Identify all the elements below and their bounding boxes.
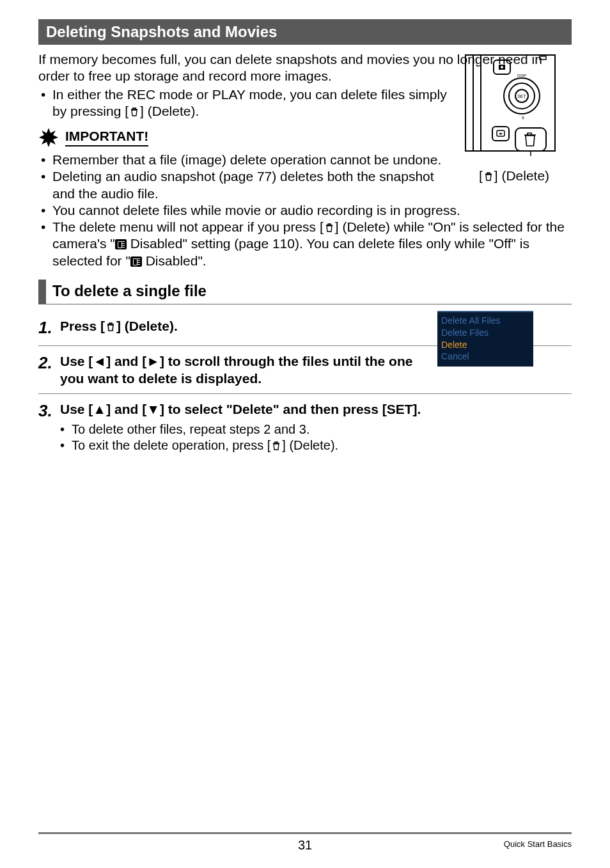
important-bullet-3: You cannot delete files while movie or a…	[52, 202, 572, 219]
important-bullet-2: Deleting an audio snapshot (page 77) del…	[52, 168, 450, 202]
step-1-post: ] (Delete).	[116, 319, 178, 333]
section-heading: Deleting Snapshots and Movies	[38, 19, 572, 45]
step-3-sub-2-pre: To exit the delete operation, press [	[72, 438, 270, 452]
trash-icon	[129, 106, 140, 118]
bullet-dot: •	[41, 168, 52, 202]
bullet-dot: •	[41, 152, 52, 168]
bullet-dot: •	[60, 438, 72, 454]
step-3-sub-2-post: ] (Delete).	[282, 438, 338, 452]
important-label: IMPORTANT!	[65, 129, 148, 146]
page-footer: 31 Quick Start Basics	[38, 832, 572, 849]
step-number: 2.	[38, 352, 60, 388]
svg-rect-15	[515, 128, 546, 151]
step-3-body: Use [▲] and [▼] to select "Delete" and t…	[60, 402, 421, 416]
important-bullet-4: The delete menu will not appear if you p…	[52, 219, 572, 269]
important-bullet-4-post: Disabled".	[142, 253, 207, 268]
svg-rect-3	[540, 56, 546, 59]
trash-icon	[270, 440, 282, 452]
step-2-body: Use [◄] and [►] to scroll through the fi…	[60, 352, 437, 388]
step-3-sub-1: To delete other files, repeat steps 2 an…	[72, 422, 572, 438]
bullet-dot: •	[41, 86, 52, 120]
svg-text:SET: SET	[517, 94, 526, 99]
bullet-dot: •	[41, 219, 52, 269]
svg-point-11	[501, 66, 503, 68]
intro-bullet-pre: In either the REC mode or PLAY mode, you…	[52, 87, 447, 118]
device-illustration: SET DISP $	[463, 51, 565, 157]
svg-marker-14	[499, 133, 503, 135]
fig-label-post: ] (Delete)	[494, 168, 549, 183]
delete-menu-screenshot: Delete All Files Delete Files Delete Can…	[437, 311, 533, 367]
step-1-pre: Press [	[60, 319, 105, 333]
intro-bullet: In either the REC mode or PLAY mode, you…	[52, 86, 450, 120]
important-bullet-1: Remember that a file (image) delete oper…	[52, 152, 450, 168]
step-number: 1.	[38, 317, 60, 339]
sub-heading: To delete a single file	[52, 280, 207, 304]
svg-text:$: $	[522, 116, 524, 120]
trash-icon	[105, 321, 116, 333]
menu-item: Delete All Files	[441, 315, 529, 327]
page-number: 31	[38, 838, 572, 853]
step-number: 3.	[38, 400, 60, 454]
svg-marker-18	[39, 128, 58, 147]
important-bullet-4-pre: The delete menu will not appear if you p…	[52, 219, 324, 234]
menu-item-selected: Delete	[441, 339, 529, 351]
bullet-dot: •	[41, 202, 52, 219]
svg-text:DISP: DISP	[517, 74, 526, 77]
disabled-trash-icon	[115, 239, 127, 249]
important-burst-icon	[38, 127, 59, 148]
bullet-dot: •	[60, 422, 72, 438]
trash-icon	[324, 222, 335, 233]
sub-heading-marker	[38, 280, 46, 304]
menu-item: Cancel	[441, 351, 529, 363]
device-diagram: SET DISP $ [] (Delete)	[457, 51, 572, 184]
trash-icon	[483, 171, 494, 182]
disabled-trash-icon	[130, 256, 142, 267]
section-label: Quick Start Basics	[504, 839, 572, 849]
menu-item: Delete Files	[441, 327, 529, 339]
intro-bullet-post: ] (Delete).	[140, 104, 199, 118]
